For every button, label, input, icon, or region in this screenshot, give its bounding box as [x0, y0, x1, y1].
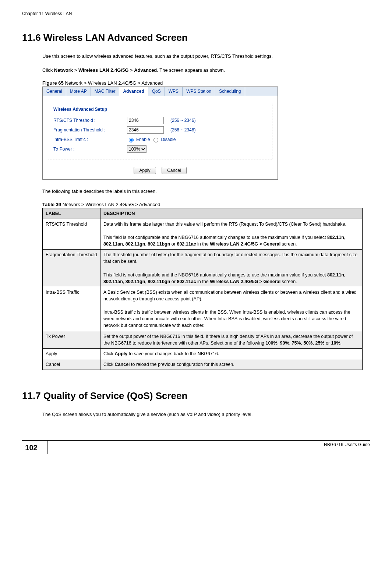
intra-bss-label: Intra-BSS Traffic :: [53, 137, 127, 142]
tab-general[interactable]: General: [43, 87, 66, 96]
cell-label: Tx Power: [43, 331, 100, 348]
cell-label: Fragmentation Threshold: [43, 250, 100, 287]
table-intro-text: The following table describes the labels…: [42, 188, 370, 195]
cell-label: Intra-BSS Traffic: [43, 287, 100, 331]
table-row: CancelClick Cancel to reload the previou…: [43, 359, 363, 370]
frag-input[interactable]: [127, 126, 164, 134]
text: >: [73, 67, 78, 73]
th-label: LABEL: [43, 208, 100, 219]
tab-advanced[interactable]: Advanced: [119, 87, 148, 96]
tx-power-label: Tx Power :: [53, 147, 127, 152]
text: >: [128, 67, 134, 73]
th-description: DESCRIPTION: [100, 208, 363, 219]
tab-more-ap[interactable]: More AP: [66, 87, 91, 96]
cell-label: Cancel: [43, 359, 100, 370]
table-row: Fragmentation ThresholdThe threshold (nu…: [43, 250, 363, 287]
text: Click: [42, 67, 54, 73]
figure-text: Network > Wireless LAN 2.4G/5G > Advance…: [64, 80, 163, 86]
setup-title: Wireless Advanced Setup: [53, 107, 267, 112]
tab-scheduling[interactable]: Scheduling: [215, 87, 245, 96]
tab-wps-station[interactable]: WPS Station: [183, 87, 215, 96]
page-number: 102: [22, 440, 47, 454]
table-row: RTS/CTS ThresholdData with its frame siz…: [43, 219, 363, 250]
wireless-advanced-setup-box: Wireless Advanced Setup RTS/CTS Threshol…: [48, 103, 272, 159]
page-footer: 102 NBG6716 User's Guide: [22, 440, 370, 454]
footer-line: NBG6716 User's Guide: [47, 440, 370, 454]
rts-row: RTS/CTS Threshold : (256 ~ 2346): [53, 116, 267, 125]
text-bold: Advanced: [134, 67, 157, 73]
frag-range: (256 ~ 2346): [170, 127, 195, 133]
cancel-button[interactable]: Cancel: [162, 167, 186, 174]
section-11-7-para1: The QoS screen allows you to automatical…: [42, 411, 370, 418]
cell-description: Set the output power of the NBG6716 in t…: [100, 331, 363, 348]
frag-row: Fragmentation Threshold : (256 ~ 2346): [53, 125, 267, 135]
cell-label: Apply: [43, 348, 100, 359]
figure-65-caption: Figure 65 Network > Wireless LAN 2.4G/5G…: [42, 80, 370, 86]
table-label: Table 39: [42, 202, 61, 207]
tab-wps[interactable]: WPS: [165, 87, 183, 96]
table-row: ApplyClick Apply to save your changes ba…: [43, 348, 363, 359]
text-bold: Network: [54, 67, 73, 73]
rts-label: RTS/CTS Threshold :: [53, 118, 127, 123]
chapter-header: Chapter 11 Wireless LAN: [22, 11, 370, 17]
section-11-6-para2: Click Network > Wireless LAN 2.4G/5G > A…: [42, 67, 370, 74]
tab-mac-filter[interactable]: MAC Filter: [91, 87, 120, 96]
apply-button[interactable]: Apply: [134, 167, 156, 174]
guide-name: NBG6716 User's Guide: [324, 442, 370, 447]
cell-description: A Basic Service Set (BSS) exists when al…: [100, 287, 363, 331]
tab-qos[interactable]: QoS: [148, 87, 165, 96]
intra-bss-row: Intra-BSS Traffic : Enable Disable: [53, 135, 267, 144]
disable-radio[interactable]: [153, 138, 158, 142]
text-bold: Wireless LAN 2.4G/5G: [78, 67, 128, 73]
table-39: LABEL DESCRIPTION RTS/CTS ThresholdData …: [42, 208, 363, 370]
rts-input[interactable]: [127, 117, 164, 124]
cell-label: RTS/CTS Threshold: [43, 219, 100, 250]
frag-label: Fragmentation Threshold :: [53, 127, 127, 133]
rts-range: (256 ~ 2346): [170, 118, 195, 123]
table-row: Intra-BSS TrafficA Basic Service Set (BS…: [43, 287, 363, 331]
table-row: Tx PowerSet the output power of the NBG6…: [43, 331, 363, 348]
tab-bar: General More AP MAC Filter Advanced QoS …: [43, 87, 278, 96]
enable-label: Enable: [136, 137, 150, 142]
button-row: Apply Cancel: [43, 163, 278, 179]
tx-power-select[interactable]: 100%: [127, 145, 146, 153]
section-11-7-heading: 11.7 Quality of Service (QoS) Screen: [22, 390, 370, 402]
section-11-6-para1: Use this screen to allow wireless advanc…: [42, 53, 370, 60]
cell-description: Data with its frame size larger than thi…: [100, 219, 363, 250]
figure-label: Figure 65: [42, 80, 64, 86]
cell-description: Click Cancel to reload the previous conf…: [100, 359, 363, 370]
cell-description: Click Apply to save your changes back to…: [100, 348, 363, 359]
text: . The screen appears as shown.: [157, 67, 225, 73]
table-text: Network > Wireless LAN 2.4G/5G > Advance…: [61, 202, 160, 207]
enable-radio[interactable]: [129, 138, 134, 142]
disable-label: Disable: [161, 137, 176, 142]
cell-description: The threshold (number of bytes) for the …: [100, 250, 363, 287]
table-39-caption: Table 39 Network > Wireless LAN 2.4G/5G …: [42, 202, 370, 207]
figure-65-screenshot: General More AP MAC Filter Advanced QoS …: [42, 87, 278, 180]
tx-power-row: Tx Power : 100%: [53, 144, 267, 154]
section-11-6-heading: 11.6 Wireless LAN Advanced Screen: [22, 32, 370, 43]
